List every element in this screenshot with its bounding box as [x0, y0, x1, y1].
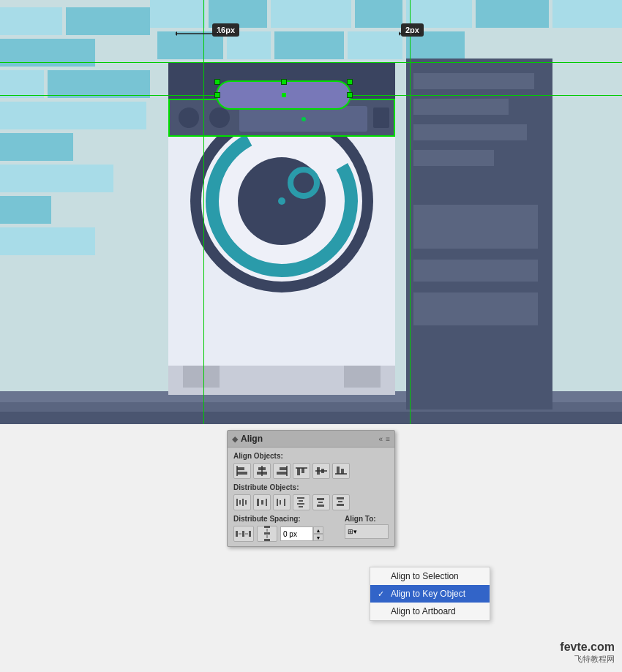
- svg-rect-35: [277, 499, 278, 506]
- svg-rect-48: [236, 531, 238, 537]
- guide-h1: [0, 62, 622, 63]
- svg-rect-33: [261, 500, 263, 505]
- svg-rect-55: [264, 532, 270, 535]
- tile-top: [552, 0, 622, 28]
- washer-body: [168, 62, 395, 395]
- arrow-2px: [399, 29, 421, 38]
- display-panel: [239, 106, 367, 132]
- stepper-up[interactable]: ▲: [313, 526, 323, 534]
- tile: [0, 70, 44, 98]
- distribute-spacing-row: ▲ ▼: [233, 526, 323, 542]
- dropdown-item-align-artboard[interactable]: Align to Artboard: [370, 603, 490, 620]
- distribute-center-v-btn[interactable]: [312, 494, 330, 510]
- tile: [0, 133, 73, 161]
- svg-marker-6: [218, 31, 220, 36]
- center-handle: [282, 93, 286, 97]
- align-objects-row: [233, 463, 389, 479]
- distribute-center-h-btn[interactable]: [253, 494, 271, 510]
- svg-rect-52: [249, 531, 251, 537]
- align-to-dropdown-menu: Align to Selection ✓ Align to Key Object…: [370, 567, 490, 621]
- tile-top: [150, 0, 205, 28]
- svg-rect-45: [337, 497, 344, 499]
- svg-rect-20: [301, 468, 304, 473]
- dropdown-item-label-key-object: Align to Key Object: [391, 589, 465, 599]
- svg-rect-29: [239, 500, 241, 505]
- spacing-stepper: ▲ ▼: [313, 526, 323, 541]
- drum-arc-svg: [201, 121, 362, 282]
- svg-rect-11: [237, 472, 247, 475]
- deco-bar3: [413, 124, 527, 140]
- spacing-input[interactable]: [280, 526, 313, 541]
- align-panel-titlebar: ◆ Align « ≡: [228, 431, 394, 448]
- svg-rect-57: [264, 539, 270, 541]
- svg-point-3: [278, 197, 285, 205]
- align-to-label: Align To:: [345, 515, 389, 523]
- tile-top2: [348, 31, 402, 59]
- watermark: fevte.com 飞特教程网: [560, 641, 615, 665]
- svg-rect-34: [266, 499, 267, 506]
- power-btn: [373, 107, 389, 128]
- align-bottom-btn[interactable]: [332, 463, 350, 479]
- handle-mr: [347, 92, 353, 98]
- distribute-bottom-btn[interactable]: [332, 494, 350, 510]
- check-icon-artboard: [378, 607, 386, 616]
- dropdown-item-align-key-object[interactable]: ✓ Align to Key Object: [370, 585, 490, 603]
- svg-rect-38: [297, 497, 304, 499]
- svg-rect-17: [277, 472, 287, 475]
- svg-rect-25: [337, 467, 340, 474]
- svg-rect-50: [242, 531, 244, 537]
- svg-rect-26: [341, 469, 344, 474]
- check-icon-key-object: ✓: [378, 589, 386, 599]
- deco-bar7: [413, 292, 538, 325]
- panel-controls[interactable]: « ≡: [379, 435, 390, 443]
- check-icon-selection: [378, 572, 386, 581]
- svg-rect-36: [280, 500, 281, 505]
- distribute-top-btn[interactable]: [293, 494, 310, 510]
- panel-collapse-btn[interactable]: «: [379, 435, 383, 443]
- distribute-spacing-v-btn[interactable]: [257, 526, 277, 542]
- align-left-btn[interactable]: [233, 463, 251, 479]
- align-panel-title: Align: [241, 434, 263, 444]
- handle-tl: [214, 79, 220, 85]
- svg-marker-5: [176, 31, 177, 36]
- deco-bar6: [413, 260, 538, 282]
- distribute-objects-label: Distribute Objects:: [233, 483, 389, 491]
- svg-marker-9: [419, 31, 421, 36]
- svg-rect-44: [317, 505, 324, 507]
- svg-rect-47: [337, 504, 344, 506]
- align-top-btn[interactable]: [293, 463, 310, 479]
- stepper-down[interactable]: ▼: [313, 534, 323, 541]
- align-to-dropdown[interactable]: ⊞▾: [345, 524, 389, 539]
- svg-rect-53: [264, 526, 270, 528]
- distribute-spacing-h-btn[interactable]: [233, 526, 254, 542]
- tile: [0, 165, 113, 192]
- svg-rect-40: [297, 503, 304, 505]
- guide-v1: [203, 0, 204, 424]
- distribute-objects-row: [233, 494, 389, 510]
- align-panel-body: Align Objects:: [228, 448, 394, 546]
- watermark-sub-text: 飞特教程网: [560, 654, 615, 665]
- distribute-right-btn[interactable]: [273, 494, 291, 510]
- handle-tm: [281, 79, 287, 85]
- dropdown-item-align-selection[interactable]: Align to Selection: [370, 567, 490, 585]
- align-center-h-btn[interactable]: [253, 463, 271, 479]
- tile-top: [355, 0, 402, 28]
- guide-v2: [410, 0, 411, 424]
- align-right-btn[interactable]: [273, 463, 291, 479]
- svg-rect-37: [284, 499, 285, 506]
- arrow-16px: [176, 29, 220, 38]
- floor-band: [0, 409, 622, 424]
- distribute-left-btn[interactable]: [233, 494, 251, 510]
- panel-menu-btn[interactable]: ≡: [386, 435, 390, 443]
- tile: [0, 196, 51, 224]
- led-indicator: [301, 117, 306, 121]
- washer-foot-right: [344, 366, 381, 388]
- svg-rect-10: [237, 467, 244, 470]
- knob-left: [179, 107, 199, 128]
- handle-tr: [347, 79, 353, 85]
- align-center-v-btn[interactable]: [312, 463, 330, 479]
- washer-foot-left: [183, 366, 220, 388]
- align-panel: ◆ Align « ≡ Align Objects:: [227, 430, 395, 547]
- svg-rect-39: [299, 500, 303, 502]
- svg-rect-43: [318, 502, 323, 503]
